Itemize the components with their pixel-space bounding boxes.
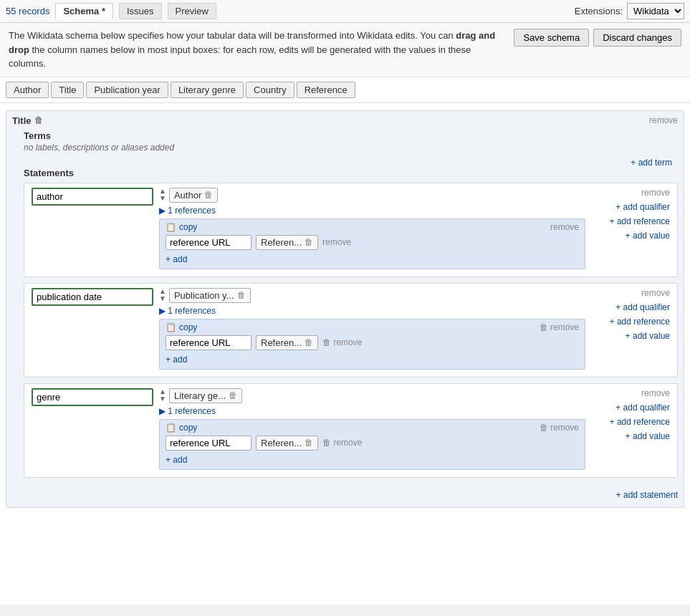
author-ref-remove-inline[interactable]: remove <box>322 237 351 247</box>
author-ref-prop-input[interactable] <box>166 235 251 250</box>
preview-tab[interactable]: Preview <box>168 3 216 19</box>
add-term-row: + add term <box>12 157 678 168</box>
title-trash-icon[interactable]: 🗑 <box>34 115 43 125</box>
schema-tab[interactable]: Schema * <box>55 3 113 19</box>
pubdate-ref-add-link[interactable]: + add <box>166 355 187 365</box>
col-tab-title[interactable]: Title <box>51 82 84 98</box>
genre-ref-remove-inline[interactable]: 🗑 remove <box>322 438 362 448</box>
author-arrows[interactable]: ▲▼ <box>159 188 166 202</box>
author-property-box: Author 🗑 <box>169 188 218 203</box>
pubdate-ref-toggle[interactable]: ▶ 1 references <box>159 306 216 316</box>
pubdate-references-row: ▶ 1 references <box>159 306 585 316</box>
col-tab-literary-genre[interactable]: Literary genre <box>171 82 244 98</box>
extensions-select[interactable]: Wikidata <box>627 3 684 19</box>
genre-property-trash[interactable]: 🗑 <box>229 390 237 400</box>
block-title-label: Title 🗑 <box>12 115 43 126</box>
genre-ref-prop-input[interactable] <box>166 435 251 451</box>
genre-property-row: ▲▼ Literary ge... 🗑 <box>159 388 585 403</box>
author-copy-label: copy <box>179 222 197 232</box>
statement-right-genre: ▲▼ Literary ge... 🗑 ▶ 1 references <box>159 388 585 473</box>
save-schema-button[interactable]: Save schema <box>514 29 589 47</box>
terms-title: Terms <box>24 130 678 141</box>
genre-ref-value-box: Referen... 🗑 <box>256 435 318 451</box>
pubdate-ref-prop-row: Referen... 🗑 🗑 remove <box>166 335 579 350</box>
col-tab-publication-year[interactable]: Publication year <box>86 82 168 98</box>
author-ref-value-trash[interactable]: 🗑 <box>305 237 313 247</box>
pubdate-add-reference[interactable]: + add reference <box>610 317 670 327</box>
pubdate-ref-prop-input[interactable] <box>166 335 251 350</box>
issues-tab[interactable]: Issues <box>119 3 162 19</box>
pubdate-ref-copy-row: 📋 copy 🗑 remove <box>166 322 579 332</box>
author-ref-remove-top[interactable]: remove <box>550 222 579 232</box>
statement-right-author: ▲▼ Author 🗑 ▶ 1 references <box>159 188 585 272</box>
col-tab-author[interactable]: Author <box>6 82 49 98</box>
block-remove-link[interactable]: remove <box>649 115 678 125</box>
pubdate-copy-label: copy <box>179 322 197 332</box>
genre-remove-link[interactable]: remove <box>641 388 670 398</box>
info-bar: The Wikidata schema below specifies how … <box>0 23 690 77</box>
author-copy-link[interactable]: 📋 copy <box>166 222 197 232</box>
pubdate-remove-link[interactable]: remove <box>641 288 670 298</box>
pubdate-property-row: ▲▼ Publication y... 🗑 <box>159 288 585 303</box>
genre-right-actions: remove + add qualifier + add reference +… <box>591 388 670 441</box>
author-references-row: ▶ 1 references <box>159 206 585 216</box>
statement-left-author <box>32 188 153 206</box>
col-tab-reference[interactable]: Reference <box>297 82 355 98</box>
terms-section: Terms no labels, descriptions or aliases… <box>24 130 678 153</box>
genre-copy-link[interactable]: 📋 copy <box>166 423 197 433</box>
genre-ref-remove-top[interactable]: 🗑 remove <box>540 423 579 433</box>
pubdate-ref-remove-top[interactable]: 🗑 remove <box>540 322 579 332</box>
genre-ref-prop-row: Referen... 🗑 🗑 remove <box>166 435 579 451</box>
genre-ref-value-label: Referen... <box>261 438 302 448</box>
records-tab[interactable]: 55 records <box>6 6 49 16</box>
genre-add-reference[interactable]: + add reference <box>610 417 670 427</box>
genre-add-qualifier[interactable]: + add qualifier <box>615 403 670 413</box>
copy-icon-2: 📋 <box>166 322 176 332</box>
statement-left-genre <box>32 388 153 406</box>
genre-copy-label: copy <box>179 423 197 433</box>
genre-ref-value-trash[interactable]: 🗑 <box>305 438 313 448</box>
statement-group-genre: ▲▼ Literary ge... 🗑 ▶ 1 references <box>24 383 678 478</box>
pubdate-right-actions: remove + add qualifier + add reference +… <box>591 288 670 341</box>
extensions-area: Extensions: Wikidata <box>575 3 684 19</box>
author-add-reference[interactable]: + add reference <box>610 216 670 226</box>
genre-ref-add-link[interactable]: + add <box>166 455 187 465</box>
statement-group-pubdate: ▲▼ Publication y... 🗑 ▶ 1 references <box>24 283 678 377</box>
genre-input[interactable] <box>32 388 153 406</box>
add-statement-link[interactable]: + add statement <box>616 490 678 500</box>
info-text: The Wikidata schema below specifies how … <box>9 29 496 71</box>
author-add-value[interactable]: + add value <box>626 231 670 241</box>
column-tabs: Author Title Publication year Literary g… <box>0 77 690 103</box>
add-term-link[interactable]: + add term <box>631 158 672 168</box>
extensions-label: Extensions: <box>575 6 623 16</box>
author-property-label: Author <box>174 190 201 201</box>
author-ref-add-link[interactable]: + add <box>166 254 187 264</box>
pubdate-property-trash[interactable]: 🗑 <box>237 290 246 300</box>
pubdate-ref-value-box: Referen... 🗑 <box>256 335 318 350</box>
pubdate-arrows[interactable]: ▲▼ <box>159 288 166 302</box>
pubdate-input[interactable] <box>32 288 153 306</box>
author-property-trash[interactable]: 🗑 <box>204 190 213 200</box>
author-input[interactable] <box>32 188 153 206</box>
author-ref-copy-row: 📋 copy remove <box>166 222 579 232</box>
author-ref-add-row: + add <box>166 253 579 266</box>
pubdate-copy-link[interactable]: 📋 copy <box>166 322 197 332</box>
genre-reference-block: 📋 copy 🗑 remove Referen... 🗑 <box>159 419 585 470</box>
title-label: Title <box>12 115 32 126</box>
block-title-row: Title 🗑 remove <box>12 115 678 126</box>
author-ref-toggle[interactable]: ▶ 1 references <box>159 206 216 216</box>
genre-arrows[interactable]: ▲▼ <box>159 388 166 403</box>
pubdate-ref-remove-inline[interactable]: 🗑 remove <box>322 337 362 347</box>
pubdate-add-qualifier[interactable]: + add qualifier <box>615 302 670 312</box>
top-bar: 55 records Schema * Issues Preview Exten… <box>0 0 690 23</box>
discard-changes-button[interactable]: Discard changes <box>593 29 681 47</box>
pubdate-ref-value-trash[interactable]: 🗑 <box>305 337 313 347</box>
statement-group-author: ▲▼ Author 🗑 ▶ 1 references <box>24 183 678 277</box>
author-add-qualifier[interactable]: + add qualifier <box>615 202 670 212</box>
col-tab-country[interactable]: Country <box>246 82 294 98</box>
statements-section: Statements ▲▼ Author 🗑 <box>24 168 678 478</box>
genre-add-value[interactable]: + add value <box>626 431 670 441</box>
genre-ref-toggle[interactable]: ▶ 1 references <box>159 406 216 416</box>
pubdate-add-value[interactable]: + add value <box>626 331 670 341</box>
author-remove-link[interactable]: remove <box>641 188 670 198</box>
